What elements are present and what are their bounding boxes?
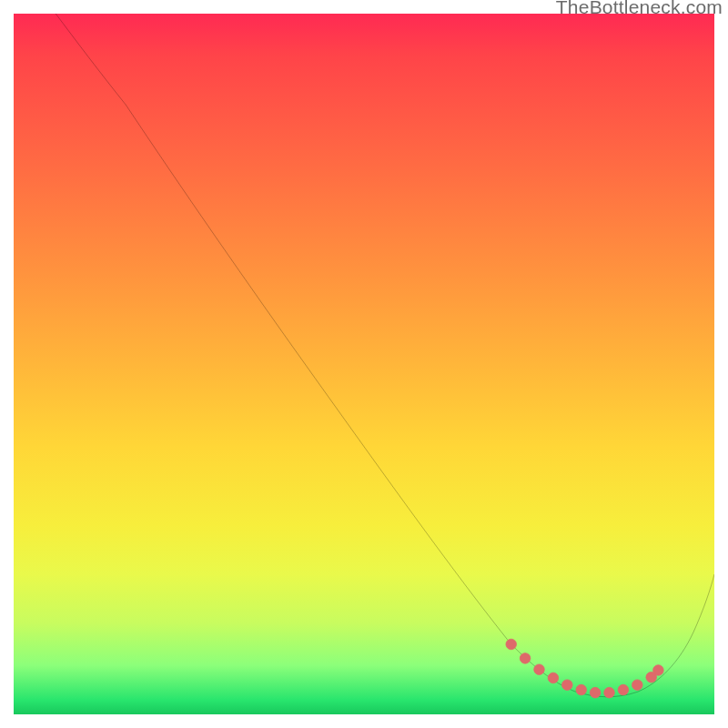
svg-point-1 <box>520 653 531 664</box>
chart-svg <box>14 14 714 714</box>
svg-point-7 <box>604 687 615 698</box>
svg-point-5 <box>576 684 587 695</box>
svg-point-6 <box>590 687 601 698</box>
watermark-text: TheBottleneck.com <box>556 0 723 18</box>
chart-stage: TheBottleneck.com <box>0 0 728 728</box>
svg-point-4 <box>562 680 573 691</box>
svg-point-8 <box>618 684 629 695</box>
svg-point-0 <box>506 639 517 650</box>
optimal-zone-markers <box>506 639 663 698</box>
svg-point-3 <box>548 672 559 683</box>
svg-point-2 <box>534 664 545 675</box>
bottleneck-curve <box>56 14 714 697</box>
svg-point-11 <box>653 665 664 676</box>
chart-curve-group <box>56 14 714 697</box>
svg-point-9 <box>632 680 643 691</box>
